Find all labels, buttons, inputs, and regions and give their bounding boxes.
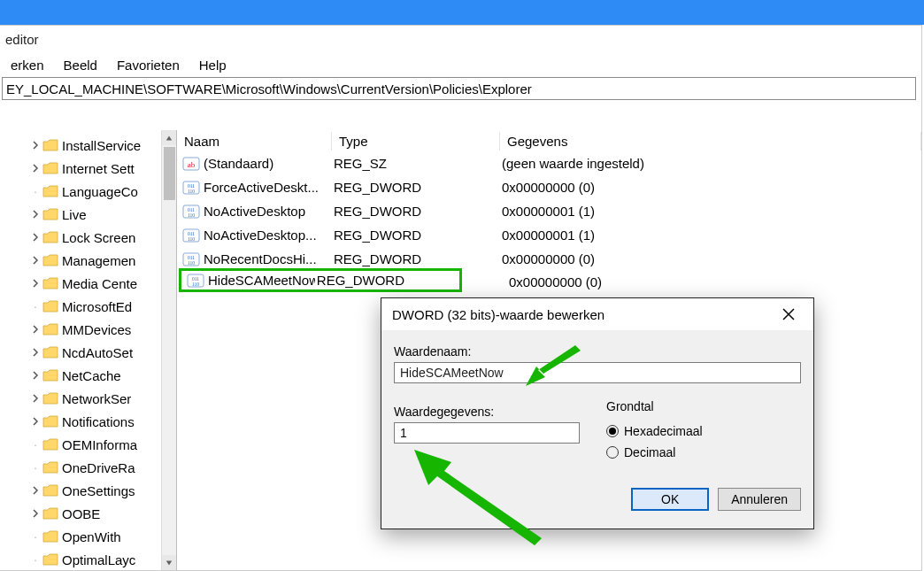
tree-item-label: Lock Screen xyxy=(62,230,135,245)
radio-dec[interactable]: Decimaal xyxy=(606,442,801,463)
value-type: REG_SZ xyxy=(332,156,500,171)
radio-dec-label: Decimaal xyxy=(624,445,675,459)
value-name-field[interactable] xyxy=(394,362,801,383)
list-row[interactable]: 011110HideSCAMeetNowREG_DWORD xyxy=(179,268,462,292)
chevron-right-icon[interactable] xyxy=(28,394,42,403)
radio-hex-icon xyxy=(606,425,619,437)
tree-item-label: OneSettings xyxy=(62,483,135,498)
value-data: (geen waarde ingesteld) xyxy=(500,156,921,171)
tree-item[interactable]: InstallService xyxy=(4,134,176,157)
window-title: editor xyxy=(0,26,921,52)
ok-button[interactable]: OK xyxy=(631,488,709,511)
tree-item-label: Internet Sett xyxy=(62,161,135,176)
tree-item[interactable]: Media Cente xyxy=(4,272,176,295)
chevron-right-icon[interactable] xyxy=(28,325,42,334)
chevron-right-icon[interactable] xyxy=(28,279,42,288)
tree-item[interactable]: OOBE xyxy=(4,502,176,525)
tree-item-label: OOBE xyxy=(62,506,100,521)
value-type: REG_DWORD xyxy=(332,251,500,266)
tree-item[interactable]: ·OEMInforma xyxy=(4,433,176,456)
chevron-right-icon[interactable] xyxy=(28,371,42,380)
tree-item[interactable]: Notifications xyxy=(4,410,176,433)
value-name-label: Waardenaam: xyxy=(394,344,801,359)
address-bar-text[interactable]: EY_LOCAL_MACHINE\SOFTWARE\Microsoft\Wind… xyxy=(3,81,915,97)
tree-item[interactable]: Lock Screen xyxy=(4,226,176,249)
scroll-thumb[interactable] xyxy=(164,147,175,200)
tree-item[interactable]: MMDevices xyxy=(4,318,176,341)
folder-icon xyxy=(42,346,58,359)
reg-dword-icon: 011110 xyxy=(182,180,200,196)
tree-item[interactable]: ·OneDriveRa xyxy=(4,456,176,479)
reg-dword-icon: 011110 xyxy=(182,204,200,220)
tree-item[interactable]: OneSettings xyxy=(4,479,176,502)
tree-item-label: NetCache xyxy=(62,368,121,383)
chevron-right-icon[interactable] xyxy=(28,417,42,426)
chevron-right-icon[interactable] xyxy=(28,509,42,518)
tree-item[interactable]: NetCache xyxy=(4,364,176,387)
folder-icon xyxy=(42,553,58,566)
value-data: 0x00000000 (0) xyxy=(500,180,921,195)
value-data-field[interactable] xyxy=(394,422,580,444)
tree-item[interactable]: NcdAutoSet xyxy=(4,341,176,364)
col-name[interactable]: Naam xyxy=(177,132,332,150)
address-bar[interactable]: EY_LOCAL_MACHINE\SOFTWARE\Microsoft\Wind… xyxy=(2,77,916,100)
chevron-right-icon[interactable] xyxy=(28,141,42,150)
tree-item-label: MMDevices xyxy=(62,322,131,337)
value-name: NoActiveDesktop... xyxy=(204,228,317,243)
value-data: 0x00000000 (0) xyxy=(509,274,602,289)
cancel-button[interactable]: Annuleren xyxy=(718,488,801,511)
tree-connector: · xyxy=(28,460,42,475)
value-data: 0x00000000 (0) xyxy=(500,251,921,266)
tree-item[interactable]: NetworkSer xyxy=(4,387,176,410)
reg-sz-icon: ab xyxy=(182,156,200,172)
tree-item[interactable]: ·OpenWith xyxy=(4,525,176,548)
close-button[interactable] xyxy=(774,302,803,327)
chevron-right-icon[interactable] xyxy=(28,256,42,265)
tree-scrollbar[interactable] xyxy=(161,130,176,570)
dialog-title: DWORD (32 bits)-waarde bewerken xyxy=(392,307,604,322)
edit-dword-dialog: DWORD (32 bits)-waarde bewerken Waardena… xyxy=(381,297,814,529)
radio-hex[interactable]: Hexadecimaal xyxy=(606,421,801,442)
svg-text:110: 110 xyxy=(188,189,195,194)
svg-text:110: 110 xyxy=(188,236,195,242)
menu-favorites[interactable]: Favorieten xyxy=(110,56,187,74)
svg-text:110: 110 xyxy=(188,260,195,266)
value-name: NoRecentDocsHi... xyxy=(204,251,317,266)
chevron-right-icon[interactable] xyxy=(28,210,42,219)
menu-edit[interactable]: erken xyxy=(4,56,51,74)
chevron-right-icon[interactable] xyxy=(28,233,42,242)
tree-item-label: NcdAutoSet xyxy=(62,345,133,360)
list-row[interactable]: 011110NoActiveDesktop...REG_DWORD0x00000… xyxy=(177,223,921,247)
chevron-right-icon[interactable] xyxy=(28,348,42,357)
tree-item[interactable]: Internet Sett xyxy=(4,157,176,180)
list-row[interactable]: 011110NoRecentDocsHi...REG_DWORD0x000000… xyxy=(177,247,921,271)
list-row[interactable]: 011110NoActiveDesktopREG_DWORD0x00000001… xyxy=(177,199,921,223)
folder-icon xyxy=(42,392,58,405)
value-name: (Standaard) xyxy=(204,156,273,171)
col-data[interactable]: Gegevens xyxy=(500,132,921,150)
value-name: HideSCAMeetNow xyxy=(208,273,315,288)
tree-item-label: OneDriveRa xyxy=(62,460,135,475)
chevron-right-icon[interactable] xyxy=(28,486,42,495)
scroll-down-icon[interactable] xyxy=(162,555,176,570)
list-header[interactable]: Naam Type Gegevens xyxy=(177,130,921,151)
tree-item[interactable]: Live xyxy=(4,203,176,226)
menu-help[interactable]: Help xyxy=(192,56,234,74)
col-type[interactable]: Type xyxy=(332,132,500,150)
tree-item-label: Managemen xyxy=(62,253,135,268)
tree-item[interactable]: ·MicrosoftEd xyxy=(4,295,176,318)
tree-item[interactable]: ·OptimalLayc xyxy=(4,548,176,570)
tree-item[interactable]: ·LanguageCo xyxy=(4,180,176,203)
list-row[interactable]: 011110ForceActiveDeskt...REG_DWORD0x0000… xyxy=(177,175,921,199)
folder-icon xyxy=(42,507,58,520)
value-type: REG_DWORD xyxy=(332,204,500,219)
menu-view[interactable]: Beeld xyxy=(57,56,104,74)
chevron-right-icon[interactable] xyxy=(28,164,42,173)
folder-icon xyxy=(42,277,58,289)
tree-item[interactable]: Managemen xyxy=(4,249,176,272)
base-group: Grondtal Hexadecimaal Decimaal xyxy=(606,399,801,463)
folder-icon xyxy=(42,484,58,497)
scroll-up-icon[interactable] xyxy=(162,130,176,145)
list-row[interactable]: ab(Standaard)REG_SZ(geen waarde ingestel… xyxy=(177,151,921,175)
value-type: REG_DWORD xyxy=(332,180,500,195)
